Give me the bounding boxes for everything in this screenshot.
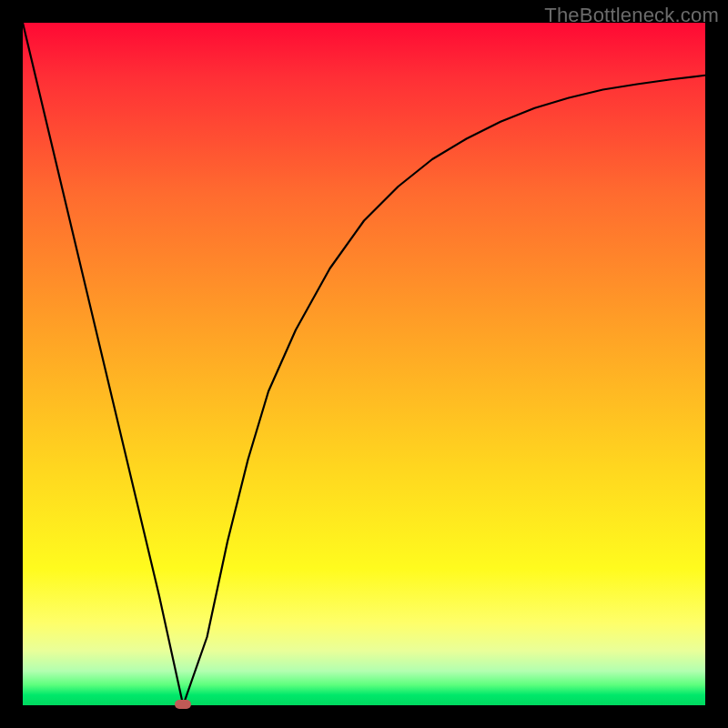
chart-plot-area [23, 23, 705, 705]
bottleneck-curve [23, 23, 705, 705]
watermark-text: TheBottleneck.com [544, 4, 719, 27]
optimal-point-marker [175, 700, 191, 709]
